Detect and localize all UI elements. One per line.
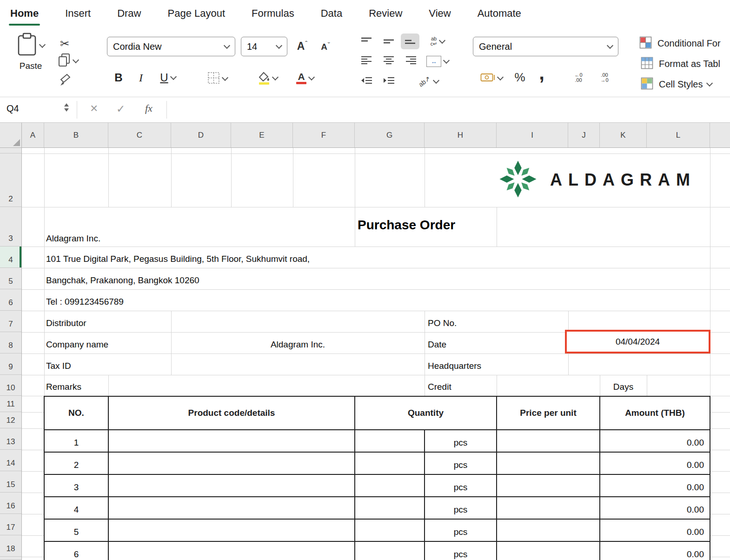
cell-item-amount[interactable]: 0.00 [600,520,710,541]
col-header-j[interactable]: J [568,123,600,147]
italic-button[interactable]: I [134,69,148,86]
row-header-12[interactable]: 12 [0,412,21,428]
align-bottom-button[interactable] [401,33,419,49]
font-color-chevron-icon[interactable] [308,74,315,80]
cell-styles-chevron-icon[interactable] [706,80,713,87]
items-header-quantity[interactable]: Quantity [355,397,497,429]
row-header-1[interactable]: 1 [0,148,21,153]
select-all-corner[interactable] [0,123,22,148]
cell-item-unit[interactable]: pcs [425,430,497,452]
underline-button[interactable]: U [154,69,181,86]
row-header-9[interactable]: 9 [0,353,21,375]
cell-item-product[interactable] [109,497,355,519]
items-header-amount[interactable]: Amount (THB) [600,397,710,429]
cell-item-amount[interactable]: 0.00 [600,497,710,519]
cell-item-quantity[interactable] [355,520,425,541]
fill-color-chevron-icon[interactable] [272,74,279,80]
cell-address-line1[interactable]: 101 True Digital Park, Pegasus Building,… [46,247,310,268]
increase-font-size-button[interactable]: Aˆ [293,38,312,54]
cell-item-unit[interactable]: pcs [425,497,497,519]
cell-styles-button[interactable]: Cell Styles [641,77,730,92]
cell-item-no[interactable]: 1 [45,430,109,452]
cell-item-quantity[interactable] [355,453,425,474]
cell-item-product[interactable] [109,475,355,496]
cell-item-price[interactable] [497,475,600,496]
cell-remarks-label[interactable]: Remarks [46,375,81,396]
cell-item-product[interactable] [109,542,355,560]
cancel-button[interactable]: × [90,101,98,116]
row-header-4[interactable]: 4 [0,247,21,268]
tab-review[interactable]: Review [369,0,402,27]
align-center-button[interactable] [380,54,397,68]
row-header-10[interactable]: 10 [0,375,21,396]
text-orientation-chevron-icon[interactable] [433,77,439,84]
underline-chevron-icon[interactable] [170,73,177,80]
tab-view[interactable]: View [429,0,451,27]
bold-button[interactable]: B [111,69,126,86]
accounting-format-button[interactable] [476,70,507,86]
cell-item-no[interactable]: 4 [45,497,109,519]
row-header-14[interactable]: 14 [0,450,21,471]
col-header-g[interactable]: G [355,123,425,147]
cell-company-name[interactable]: Aldagram Inc. [46,207,100,247]
text-orientation-button[interactable]: ab↗ [413,73,444,90]
col-header-b[interactable]: B [44,123,108,147]
cell-item-quantity[interactable] [355,497,425,519]
cell-item-price[interactable] [497,520,600,541]
items-header-price[interactable]: Price per unit [497,397,600,429]
borders-chevron-icon[interactable] [221,74,228,81]
tab-data[interactable]: Data [321,0,342,27]
tab-draw[interactable]: Draw [117,0,141,27]
cell-item-no[interactable]: 5 [45,520,109,541]
cell-item-price[interactable] [497,453,600,474]
copy-chevron-icon[interactable] [73,57,79,63]
paste-chevron-icon[interactable] [39,41,46,48]
align-left-button[interactable] [358,54,375,68]
cell-item-price[interactable] [497,430,600,452]
cell-item-unit[interactable]: pcs [425,542,497,560]
col-header-i[interactable]: I [497,123,568,147]
cell-item-product[interactable] [109,453,355,474]
percent-style-button[interactable]: % [511,68,528,86]
cell-item-no[interactable]: 6 [45,542,109,560]
cell-item-product[interactable] [109,520,355,541]
cut-button[interactable]: ✂ [57,37,73,51]
cell-days-label[interactable]: Days [600,375,647,396]
wrap-text-button[interactable]: abc↵ [423,33,452,50]
decrease-font-size-button[interactable]: Aˇ [316,39,335,55]
cell-item-amount[interactable]: 0.00 [600,453,710,474]
cell-company-name-value[interactable]: Aldagram Inc. [171,332,425,353]
row-header-7[interactable]: 7 [0,311,21,332]
font-name-select[interactable]: Cordia New [107,37,235,56]
merge-center-chevron-icon[interactable] [443,57,450,64]
cell-item-product[interactable] [109,430,355,452]
cell-item-quantity[interactable] [355,430,425,452]
sheet-canvas[interactable]: ALDAGRAM Purchase Order Aldagram Inc. 10… [22,148,730,560]
tab-insert[interactable]: Insert [65,0,91,27]
row-header-17[interactable]: 17 [0,514,21,535]
insert-function-button[interactable]: fx [145,102,153,114]
cell-tax-id-label[interactable]: Tax ID [46,353,71,375]
row-header-16[interactable]: 16 [0,493,21,514]
enter-button[interactable]: ✓ [116,103,125,115]
cell-company-name-label[interactable]: Company name [46,332,108,353]
cell-item-unit[interactable]: pcs [425,475,497,496]
items-header-product[interactable]: Product code/details [109,397,355,429]
items-header-no[interactable]: NO. [45,397,109,429]
decrease-indent-button[interactable] [358,74,375,88]
cell-telephone[interactable]: Tel : 099123456789 [46,289,124,311]
copy-button[interactable] [55,53,81,68]
cell-item-amount[interactable]: 0.00 [600,475,710,496]
align-top-button[interactable] [358,35,375,49]
cell-item-price[interactable] [497,542,600,560]
row-header-19-partial[interactable] [0,557,21,560]
col-header-a[interactable]: A [22,123,44,147]
row-header-18[interactable]: 18 [0,535,21,557]
row-header-5[interactable]: 5 [0,268,21,289]
merge-center-button[interactable]: ↔ [423,53,452,69]
row-header-15[interactable]: 15 [0,471,21,493]
fill-color-button[interactable] [253,69,283,87]
tab-page-layout[interactable]: Page Layout [168,0,226,27]
comma-style-button[interactable]: , [534,63,550,83]
row-header-2[interactable]: 2 [0,153,21,207]
